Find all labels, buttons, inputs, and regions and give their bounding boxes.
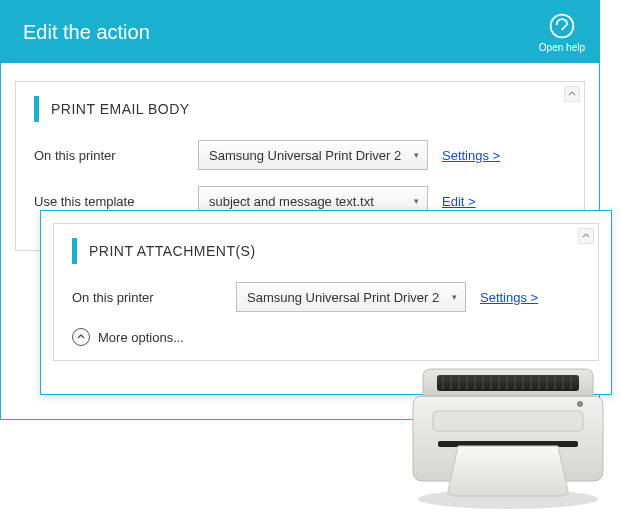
panel-title: PRINT EMAIL BODY xyxy=(51,101,190,117)
scroll-up-hint[interactable] xyxy=(564,86,580,102)
expand-icon xyxy=(72,328,90,346)
chevron-up-icon xyxy=(568,90,576,98)
window-title: Edit the action xyxy=(23,21,150,44)
svg-point-0 xyxy=(551,14,574,37)
panel-header: PRINT EMAIL BODY xyxy=(34,96,566,122)
svg-point-1 xyxy=(418,489,598,509)
printer-dropdown-value: Samsung Universal Print Driver 2 xyxy=(247,290,439,305)
printer-row: On this printer Samsung Universal Print … xyxy=(34,140,566,170)
scroll-up-hint[interactable] xyxy=(578,228,594,244)
printer-dropdown[interactable]: Samsung Universal Print Driver 2 ▾ xyxy=(198,140,428,170)
printer-label: On this printer xyxy=(72,290,222,305)
printer-settings-link[interactable]: Settings > xyxy=(480,290,538,305)
open-help-button[interactable]: Open help xyxy=(539,12,585,53)
help-label: Open help xyxy=(539,42,585,53)
printer-row: On this printer Samsung Universal Print … xyxy=(72,282,580,312)
printer-dropdown-value: Samsung Universal Print Driver 2 xyxy=(209,148,401,163)
print-attachments-panel: PRINT ATTACHMENT(S) On this printer Sams… xyxy=(53,223,599,361)
help-icon xyxy=(548,12,576,40)
printer-dropdown[interactable]: Samsung Universal Print Driver 2 ▾ xyxy=(236,282,466,312)
template-edit-link[interactable]: Edit > xyxy=(442,194,476,209)
chevron-up-icon xyxy=(582,232,590,240)
titlebar: Edit the action Open help xyxy=(1,1,599,63)
svg-rect-21 xyxy=(438,441,578,447)
more-options-label: More options... xyxy=(98,330,184,345)
panel-title: PRINT ATTACHMENT(S) xyxy=(89,243,256,259)
accent-bar xyxy=(72,238,77,264)
chevron-down-icon: ▾ xyxy=(414,150,419,160)
printer-settings-link[interactable]: Settings > xyxy=(442,148,500,163)
template-dropdown-value: subject and message text.txt xyxy=(209,194,374,209)
chevron-down-icon: ▾ xyxy=(414,196,419,206)
panel-header: PRINT ATTACHMENT(S) xyxy=(72,238,580,264)
accent-bar xyxy=(34,96,39,122)
template-label: Use this template xyxy=(34,194,184,209)
printer-label: On this printer xyxy=(34,148,184,163)
more-options-toggle[interactable]: More options... xyxy=(72,328,580,346)
panel-area-attach: PRINT ATTACHMENT(S) On this printer Sams… xyxy=(41,211,611,373)
chevron-down-icon: ▾ xyxy=(452,292,457,302)
print-attachments-window: PRINT ATTACHMENT(S) On this printer Sams… xyxy=(40,210,612,395)
